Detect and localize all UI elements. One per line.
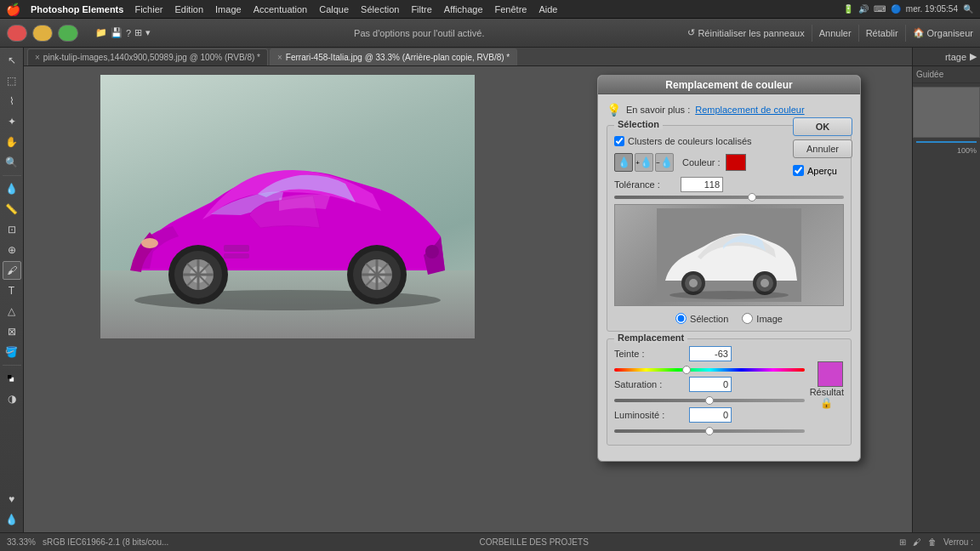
luminosite-slider-container: [614, 429, 805, 433]
luminosite-thumb[interactable]: [705, 427, 714, 435]
tab-pink-tulip[interactable]: × pink-tulip-images,1440x900,50989.jpg @…: [27, 48, 268, 65]
tolerance-input[interactable]: 118: [681, 177, 723, 192]
saturation-thumb[interactable]: [705, 396, 714, 405]
partage-topbar: rtage ▶: [913, 48, 980, 66]
status-bar: 33.33% sRGB IEC61966-2.1 (8 bits/cou... …: [0, 532, 980, 551]
annuler-button[interactable]: Annuler: [793, 139, 852, 158]
tool-eyedropper[interactable]: 💧: [3, 179, 21, 198]
maximize-btn[interactable]: [58, 25, 78, 42]
tool-shape[interactable]: △: [3, 302, 21, 321]
menu-aide[interactable]: Aide: [533, 4, 563, 14]
luminosite-slider[interactable]: [614, 429, 805, 433]
close-btn[interactable]: [7, 25, 27, 42]
separator3: [905, 25, 906, 42]
result-area: Résultat 🔒: [810, 361, 844, 409]
retablir-btn[interactable]: Rétablir: [866, 28, 898, 38]
clusters-checkbox[interactable]: [614, 136, 624, 146]
hint-icon: 💡: [607, 103, 621, 116]
tool-extra1[interactable]: ♥: [3, 490, 21, 508]
menu-filtre[interactable]: Filtre: [405, 4, 437, 14]
hint-link[interactable]: Remplacement de couleur: [695, 105, 804, 115]
separator: [812, 25, 812, 42]
expand-icon[interactable]: ▶: [970, 51, 977, 62]
app-name: Photoshop Elements: [26, 4, 128, 14]
menu-fenetre[interactable]: Fenêtre: [489, 4, 533, 14]
teinte-row: Teinte : -63: [614, 346, 805, 361]
tool-hand[interactable]: ✋: [3, 133, 21, 151]
menu-affichage[interactable]: Affichage: [438, 4, 489, 14]
tool-bottom: ♥ 💧: [3, 490, 21, 529]
dialog-main-content: Sélection Clusters de couleurs localisés…: [607, 125, 852, 452]
svg-point-24: [689, 279, 698, 287]
tool-crop[interactable]: ⊡: [3, 220, 21, 239]
progress-bar: [916, 141, 977, 143]
luminosite-input[interactable]: 0: [689, 407, 732, 423]
tool-brush[interactable]: 🖌: [3, 261, 21, 280]
tool-fg-bg[interactable]: ■■: [3, 369, 21, 388]
tool-separator2: [3, 365, 21, 366]
side-thumbnail: [913, 87, 980, 138]
eyedropper-btn-add[interactable]: +💧: [635, 153, 653, 172]
teinte-input[interactable]: -63: [689, 346, 732, 361]
tool-extra2[interactable]: 💧: [3, 510, 21, 529]
annuler-btn[interactable]: Annuler: [819, 28, 852, 38]
svg-point-20: [425, 245, 439, 258]
menu-selection[interactable]: Sélection: [355, 4, 405, 14]
toolbar-right: ↺ Réinitialiser les panneaux Annuler Rét…: [687, 25, 973, 42]
teinte-label: Teinte :: [614, 349, 682, 359]
folder-icon: 📁: [95, 27, 107, 38]
minimize-btn[interactable]: [32, 25, 53, 42]
arrange-icon: ⊞: [134, 27, 142, 38]
color-replace-dialog: Remplacement de couleur 💡 En savoir plus…: [597, 75, 861, 462]
remplacement-sliders: Teinte : -63: [614, 346, 805, 438]
tab-close-1[interactable]: ×: [35, 53, 40, 62]
eyedropper-btn-sub[interactable]: −💧: [655, 153, 674, 172]
tool-text[interactable]: T: [3, 281, 21, 300]
teinte-thumb[interactable]: [682, 366, 691, 374]
clusters-label: Clusters de couleurs localisés: [628, 136, 752, 146]
tool-transform[interactable]: ⊠: [3, 322, 21, 341]
help-icon: ?: [126, 28, 131, 38]
menu-edition[interactable]: Edition: [168, 4, 209, 14]
tool-paint-bucket[interactable]: 🪣: [3, 343, 21, 361]
tolerance-slider[interactable]: [614, 196, 844, 199]
menu-calque[interactable]: Calque: [313, 4, 355, 14]
tool-wand[interactable]: ✦: [3, 112, 21, 131]
tolerance-thumb[interactable]: [748, 193, 756, 202]
canvas-area: × pink-tulip-images,1440x900,50989.jpg @…: [24, 48, 912, 532]
tools-panel: ↖ ⬚ ⌇ ✦ ✋ 🔍 💧 📏 ⊡ ⊕ 🖌 T △ ⊠ 🪣 ■■ ◑ ♥ 💧: [0, 48, 24, 532]
trash-icon[interactable]: 🗑: [928, 537, 937, 547]
canvas-content: Remplacement de couleur 💡 En savoir plus…: [24, 66, 912, 532]
result-swatch[interactable]: [818, 361, 843, 387]
apple-menu[interactable]: 🍎: [0, 3, 26, 16]
tab-close-2[interactable]: ×: [277, 53, 282, 62]
tool-quick-mask[interactable]: ◑: [3, 389, 21, 408]
organiseur-btn[interactable]: 🏠 Organiseur: [913, 27, 973, 38]
eyedropper-btn-1[interactable]: 💧: [614, 153, 633, 172]
menu-accentuation[interactable]: Accentuation: [248, 4, 314, 14]
menu-fichier[interactable]: Fichier: [128, 4, 168, 14]
saturation-slider[interactable]: [614, 399, 805, 402]
colorspace-label: sRGB IEC61966-2.1 (8 bits/cou...: [43, 537, 168, 547]
arrange-dropdown[interactable]: ▾: [145, 27, 151, 38]
radio-selection[interactable]: Sélection: [675, 313, 728, 324]
dialog-buttons: OK Annuler Aperçu: [793, 117, 852, 176]
tool-arrow[interactable]: ↖: [3, 51, 21, 70]
teinte-slider[interactable]: [614, 368, 805, 372]
tool-select[interactable]: ⬚: [3, 71, 21, 90]
saturation-input[interactable]: 0: [689, 377, 732, 392]
couleur-swatch[interactable]: [726, 154, 746, 171]
tab-ferrari[interactable]: × Ferrari-458-Italia.jpg @ 33.3% (Arrièr…: [270, 48, 517, 65]
tool-retouch[interactable]: ⊕: [3, 241, 21, 259]
tool-zoom[interactable]: 🔍: [3, 153, 21, 172]
reset-panels-btn[interactable]: ↺ Réinitialiser les panneaux: [687, 27, 804, 38]
tool-ruler[interactable]: 📏: [3, 200, 21, 219]
menu-image[interactable]: Image: [209, 4, 248, 14]
apercu-checkbox[interactable]: [793, 165, 804, 176]
radio-image[interactable]: Image: [742, 313, 783, 324]
ok-button[interactable]: OK: [793, 117, 852, 136]
hint-text: En savoir plus :: [626, 105, 690, 115]
search-icon[interactable]: 🔍: [963, 4, 973, 14]
guidee-label: Guidée: [916, 70, 943, 79]
tool-lasso[interactable]: ⌇: [3, 92, 21, 111]
